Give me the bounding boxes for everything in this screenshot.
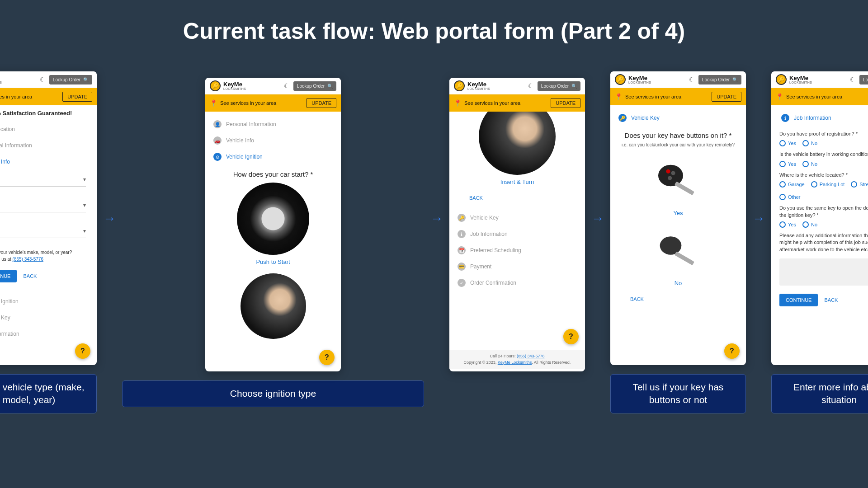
radio-no[interactable]: No: [802, 221, 817, 228]
step-vehicle-info[interactable]: 🚗Vehicle Info: [0, 154, 90, 170]
satisfaction-text: 100% Satisfaction Guaranteed!: [0, 110, 90, 117]
step-vehicle-key[interactable]: 🔑Vehicle Key: [456, 210, 579, 226]
help-fab[interactable]: ?: [724, 343, 740, 359]
key-icon: 🔑: [618, 114, 627, 122]
payment-icon: 💳: [458, 263, 466, 271]
arrow-icon: →: [424, 211, 449, 226]
step-vehicle-key[interactable]: 🔑Vehicle Key: [617, 110, 740, 126]
insert-turn-image-partial[interactable]: [241, 273, 306, 339]
q-location: Where is the vehicle located? *: [779, 172, 868, 178]
update-button[interactable]: UPDATE: [712, 92, 741, 102]
key-yes-option[interactable]: Yes: [617, 155, 740, 225]
footer-phone-link[interactable]: (855) 343-5776: [517, 354, 545, 358]
push-to-start-label[interactable]: Push to Start: [212, 258, 335, 265]
step-your-location[interactable]: 📍Your Location: [0, 121, 90, 137]
step-vehicle-key[interactable]: 🔑Vehicle Key: [0, 310, 90, 326]
help-fab[interactable]: ?: [563, 329, 579, 344]
topbar: 🔑 KeyMe LOCKSMITHS ☾ Lookup Order🔍: [0, 71, 97, 88]
model-select[interactable]: Model *▾: [0, 197, 86, 212]
dark-mode-icon[interactable]: ☾: [689, 76, 695, 83]
step-preferred-scheduling[interactable]: 📅Preferred Scheduling: [456, 242, 579, 258]
update-button[interactable]: UPDATE: [62, 92, 92, 102]
info-icon: ℹ: [781, 114, 789, 122]
radio-yes[interactable]: Yes: [779, 140, 796, 146]
dark-mode-icon[interactable]: ☾: [284, 82, 290, 89]
step-personal-info[interactable]: 👤Personal Information: [212, 116, 335, 132]
topbar: 🔑KeyMeLOCKSMITHS ☾Lookup Order🔍: [449, 78, 585, 94]
radio-street[interactable]: Street: [851, 181, 868, 188]
back-button[interactable]: BACK: [824, 297, 838, 303]
dark-mode-icon[interactable]: ☾: [850, 76, 856, 83]
radio-yes[interactable]: Yes: [779, 161, 796, 167]
radio-no[interactable]: No: [802, 140, 817, 146]
car-icon: 🚗: [213, 136, 222, 145]
key-icon: 🔑: [458, 214, 466, 222]
question-ignition: How does your car start? *: [212, 170, 335, 178]
step-vehicle-info[interactable]: 🚗Vehicle Info: [212, 132, 335, 149]
caption-4: Tell us if your key has buttons or not: [610, 374, 746, 413]
make-select[interactable]: Make *▾: [0, 172, 86, 187]
continue-button[interactable]: CONTINUE: [0, 270, 17, 282]
caption-2: Choose ignition type: [122, 380, 424, 407]
back-button[interactable]: BACK: [630, 296, 644, 302]
svg-point-3: [668, 176, 672, 180]
continue-button[interactable]: CONTINUE: [779, 294, 818, 306]
caption-1: Select vehicle type (make, model, year): [0, 374, 97, 413]
no-label: No: [675, 280, 682, 286]
step-vehicle-ignition[interactable]: ⊙Vehicle Ignition: [0, 293, 90, 310]
back-button[interactable]: BACK: [469, 195, 483, 201]
topbar: 🔑KeyMeLOCKSMITHS ☾Lookup Order🔍: [205, 78, 341, 94]
brand-name: KeyMe: [0, 75, 2, 81]
push-to-start-image[interactable]: [237, 183, 309, 255]
step-job-info[interactable]: ℹJob Information: [779, 110, 868, 126]
footer-company-link[interactable]: KeyMe Locksmiths: [498, 360, 532, 365]
q-registration: Do you have proof of registration? *: [779, 131, 868, 137]
step-vehicle-ignition[interactable]: ⊙Vehicle Ignition: [212, 149, 335, 165]
chevron-down-icon: ▾: [83, 228, 86, 234]
lookup-order-button[interactable]: Lookup Order🔍: [293, 81, 336, 91]
step-personal-info[interactable]: 👤Personal Information: [0, 137, 90, 154]
services-text: See services in your area: [0, 94, 32, 99]
key-no-option[interactable]: No: [617, 225, 740, 295]
ignition-icon: ⊙: [213, 153, 222, 161]
svg-point-1: [666, 169, 670, 174]
radio-parking-lot[interactable]: Parking Lot: [811, 181, 845, 188]
radio-no[interactable]: No: [802, 161, 817, 167]
help-fab[interactable]: ?: [319, 350, 335, 365]
step-job-info[interactable]: ℹJob Information: [456, 226, 579, 242]
logo-icon: 🔑: [454, 80, 465, 91]
dark-mode-icon[interactable]: ☾: [40, 76, 46, 83]
year-select[interactable]: Year *▾: [0, 223, 86, 238]
back-button[interactable]: BACK: [23, 273, 37, 279]
radio-garage[interactable]: Garage: [779, 181, 805, 188]
step-order-confirmation[interactable]: ✓Order Confirmation: [456, 275, 579, 291]
screen-job-info: 🔑KeyMeLOCKSMITHS ☾Lookup Order🔍 📍See ser…: [771, 71, 868, 365]
svg-rect-4: [675, 181, 694, 195]
insert-turn-label[interactable]: Insert & Turn: [456, 178, 579, 185]
help-fab[interactable]: ?: [75, 343, 90, 359]
question-sub: i.e. can you lock/unlock your car with y…: [617, 142, 740, 148]
search-icon: 🔍: [83, 77, 89, 82]
phone-link[interactable]: (855) 343-5776: [13, 257, 43, 262]
screen-ignition-1: 🔑KeyMeLOCKSMITHS ☾Lookup Order🔍 📍See ser…: [205, 78, 341, 371]
step-payment[interactable]: 💳Payment: [456, 258, 579, 275]
update-button[interactable]: UPDATE: [551, 98, 580, 108]
dark-mode-icon[interactable]: ☾: [528, 82, 534, 89]
info-icon: ℹ: [458, 230, 466, 238]
step-job-info[interactable]: ℹJob Information: [0, 326, 90, 342]
key-with-buttons-icon: [653, 158, 703, 208]
radio-other[interactable]: Other: [779, 194, 801, 200]
lookup-order-button[interactable]: Lookup Order🔍: [859, 75, 868, 84]
insert-turn-image[interactable]: [479, 112, 556, 175]
radio-yes[interactable]: Yes: [779, 221, 796, 228]
topbar: 🔑KeyMeLOCKSMITHS ☾Lookup Order🔍: [771, 71, 868, 88]
additional-info-textarea[interactable]: [779, 258, 868, 286]
yes-label: Yes: [673, 210, 683, 216]
lookup-order-button[interactable]: Lookup Order🔍: [49, 75, 92, 84]
logo-icon: 🔑: [210, 80, 221, 91]
q-same-key: Do you use the same key to open the door…: [779, 205, 868, 219]
pin-icon: 📍: [776, 93, 783, 100]
lookup-order-button[interactable]: Lookup Order🔍: [538, 81, 580, 91]
update-button[interactable]: UPDATE: [307, 98, 336, 108]
lookup-order-button[interactable]: Lookup Order🔍: [698, 75, 741, 84]
